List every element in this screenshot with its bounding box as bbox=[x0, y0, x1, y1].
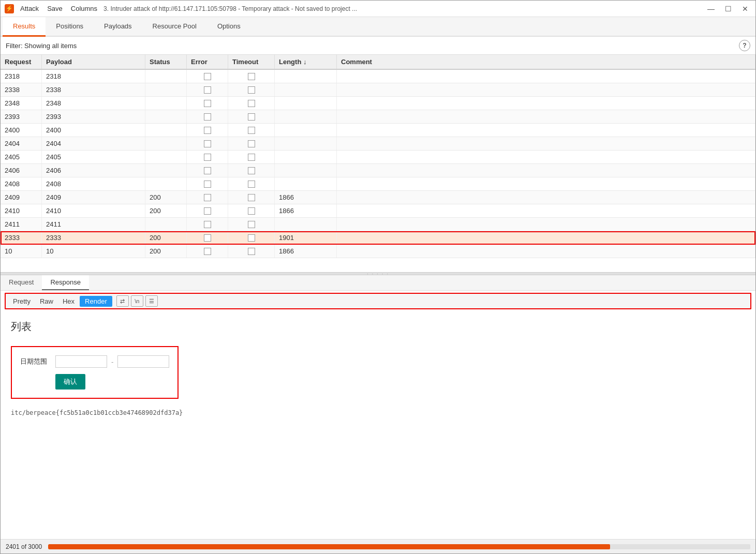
window-controls: — ☐ ✕ bbox=[704, 4, 751, 14]
cell-timeout bbox=[228, 137, 275, 150]
table-row[interactable]: 2404 2404 bbox=[1, 137, 755, 151]
results-table: Request Payload Status Error Timeout Len… bbox=[1, 55, 755, 272]
tab-positions[interactable]: Positions bbox=[46, 17, 94, 37]
cell-payload: 2404 bbox=[42, 137, 145, 150]
wrap-icon[interactable]: ⇄ bbox=[116, 295, 129, 307]
table-row[interactable]: 2405 2405 bbox=[1, 151, 755, 164]
tab-results[interactable]: Results bbox=[3, 17, 46, 37]
minimize-button[interactable]: — bbox=[704, 4, 718, 14]
cell-request: 2348 bbox=[1, 97, 42, 110]
col-length[interactable]: Length ↓ bbox=[275, 55, 337, 69]
cell-length bbox=[275, 164, 337, 177]
cell-error bbox=[187, 177, 228, 190]
save-menu[interactable]: Save bbox=[47, 5, 63, 12]
cell-length: 1866 bbox=[275, 245, 337, 258]
render-title: 列表 bbox=[11, 320, 745, 334]
attack-menu[interactable]: Attack bbox=[20, 5, 39, 12]
subtab-render[interactable]: Render bbox=[80, 296, 112, 307]
app-icon: ⚡ bbox=[5, 4, 14, 13]
cell-request: 2406 bbox=[1, 164, 42, 177]
maximize-button[interactable]: ☐ bbox=[722, 4, 735, 14]
cell-error bbox=[187, 218, 228, 231]
cell-error bbox=[187, 151, 228, 163]
confirm-button[interactable]: 确认 bbox=[55, 374, 85, 390]
response-subtab-container: Pretty Raw Hex Render ⇄ \n ☰ bbox=[5, 293, 751, 309]
cell-comment bbox=[337, 137, 755, 150]
progress-bar bbox=[48, 544, 750, 549]
cell-timeout bbox=[228, 245, 275, 258]
table-row[interactable]: 2338 2338 bbox=[1, 83, 755, 97]
cell-length: 1866 bbox=[275, 204, 337, 217]
cell-status bbox=[145, 124, 187, 137]
cell-timeout bbox=[228, 164, 275, 177]
cell-status bbox=[145, 218, 187, 231]
cell-comment bbox=[337, 177, 755, 190]
filter-help-button[interactable]: ? bbox=[739, 40, 750, 51]
table-body: 2318 2318 2338 2338 2348 234 bbox=[1, 70, 755, 272]
table-row[interactable]: 2411 2411 bbox=[1, 218, 755, 231]
cell-request: 10 bbox=[1, 245, 42, 258]
col-request: Request bbox=[1, 55, 42, 69]
subtab-raw[interactable]: Raw bbox=[36, 296, 57, 307]
cell-error bbox=[187, 204, 228, 217]
cell-comment bbox=[337, 124, 755, 137]
col-error: Error bbox=[187, 55, 228, 69]
cell-payload: 2333 bbox=[42, 231, 145, 244]
cell-length bbox=[275, 218, 337, 231]
close-button[interactable]: ✕ bbox=[739, 4, 751, 14]
cell-error bbox=[187, 110, 228, 123]
ln-icon[interactable]: \n bbox=[131, 295, 143, 307]
cell-length bbox=[275, 70, 337, 83]
tab-options[interactable]: Options bbox=[207, 17, 251, 37]
table-row[interactable]: 2408 2408 bbox=[1, 177, 755, 191]
cell-error bbox=[187, 245, 228, 258]
filter-bar: Filter: Showing all items ? bbox=[1, 37, 755, 55]
window-title: 3. Intruder attack of http://61.147.171.… bbox=[103, 5, 698, 12]
status-bar: 2401 of 3000 bbox=[1, 539, 755, 553]
table-row[interactable]: 2410 2410 200 1866 bbox=[1, 204, 755, 218]
subtab-pretty[interactable]: Pretty bbox=[9, 296, 35, 307]
menu-icon[interactable]: ☰ bbox=[145, 295, 158, 307]
cell-status bbox=[145, 97, 187, 110]
cell-length bbox=[275, 124, 337, 137]
panel-tab-response[interactable]: Response bbox=[42, 275, 89, 290]
cell-request: 2409 bbox=[1, 191, 42, 204]
subtab-hex[interactable]: Hex bbox=[58, 296, 79, 307]
cell-status bbox=[145, 151, 187, 163]
cell-payload: 2348 bbox=[42, 97, 145, 110]
cell-comment bbox=[337, 231, 755, 244]
table-row[interactable]: 2409 2409 200 1866 bbox=[1, 191, 755, 204]
tab-resource-pool[interactable]: Resource Pool bbox=[142, 17, 207, 37]
cell-comment bbox=[337, 97, 755, 110]
panel-tab-request[interactable]: Request bbox=[1, 275, 42, 290]
table-row[interactable]: 2348 2348 bbox=[1, 97, 755, 110]
table-row-selected[interactable]: 2333 2333 200 1901 bbox=[1, 231, 755, 245]
table-row[interactable]: 2406 2406 bbox=[1, 164, 755, 177]
table-row[interactable]: 2318 2318 bbox=[1, 70, 755, 83]
cell-status: 200 bbox=[145, 191, 187, 204]
date-start-input[interactable] bbox=[55, 355, 107, 368]
filter-text: Filter: Showing all items bbox=[6, 42, 77, 50]
tab-payloads[interactable]: Payloads bbox=[94, 17, 142, 37]
date-end-input[interactable] bbox=[117, 355, 169, 368]
table-row[interactable]: 2393 2393 bbox=[1, 110, 755, 124]
cell-request: 2333 bbox=[1, 231, 42, 244]
cell-error bbox=[187, 83, 228, 96]
cell-request: 2408 bbox=[1, 177, 42, 190]
table-row[interactable]: 10 10 200 1866 bbox=[1, 245, 755, 258]
cell-length bbox=[275, 151, 337, 163]
cell-comment bbox=[337, 218, 755, 231]
cell-status bbox=[145, 110, 187, 123]
cell-request: 2410 bbox=[1, 204, 42, 217]
cell-request: 2404 bbox=[1, 137, 42, 150]
cell-error bbox=[187, 231, 228, 244]
table-row[interactable]: 2400 2400 bbox=[1, 124, 755, 137]
cell-request: 2318 bbox=[1, 70, 42, 83]
bottom-panel: Request Response Pretty Raw Hex Render ⇄… bbox=[1, 275, 755, 539]
cell-timeout bbox=[228, 204, 275, 217]
cell-error bbox=[187, 137, 228, 150]
cell-payload: 2338 bbox=[42, 83, 145, 96]
cell-status bbox=[145, 164, 187, 177]
col-status: Status bbox=[145, 55, 187, 69]
columns-menu[interactable]: Columns bbox=[71, 5, 97, 12]
